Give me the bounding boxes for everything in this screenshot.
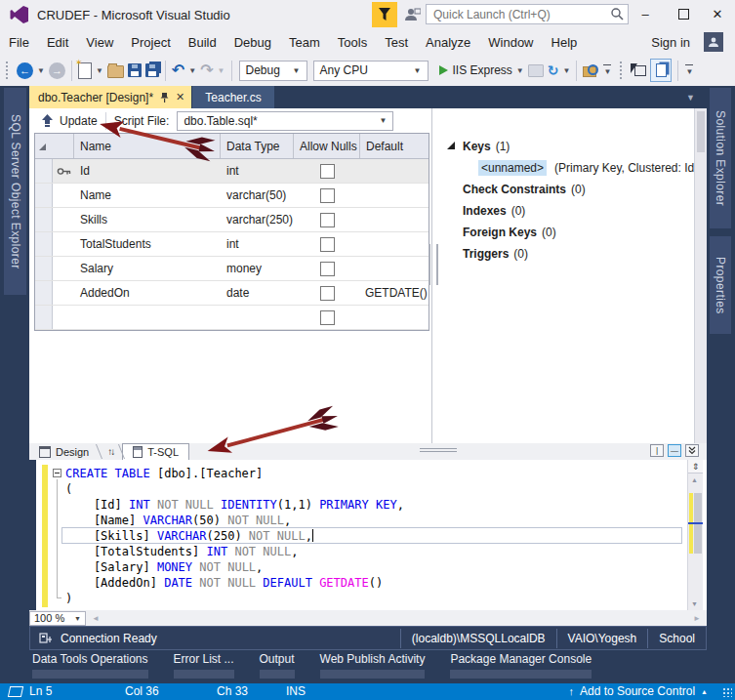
maximize-button[interactable] bbox=[668, 0, 699, 28]
open-file-icon[interactable] bbox=[107, 62, 124, 78]
menu-item-team[interactable]: Team bbox=[280, 35, 329, 50]
navigate-backward-icon[interactable]: ← bbox=[17, 62, 33, 79]
tree-node-keys[interactable]: Keys (1) bbox=[439, 136, 699, 157]
sidebar-tab-properties[interactable]: Properties bbox=[710, 236, 731, 334]
grid-row-id[interactable]: Idint bbox=[35, 159, 429, 184]
pane-splitter-grip[interactable] bbox=[420, 448, 457, 452]
pin-icon[interactable] bbox=[160, 92, 169, 103]
cell-data-type[interactable]: money bbox=[221, 257, 294, 280]
script-file-select[interactable]: dbo.Table.sql*▼ bbox=[177, 111, 393, 131]
scroll-up-icon[interactable]: ▲ bbox=[691, 476, 698, 483]
tool-tab-package-manager-console[interactable]: Package Manager Console bbox=[450, 652, 592, 683]
cell-name[interactable]: AddedOn bbox=[74, 281, 221, 305]
undo-icon[interactable]: ↶ bbox=[172, 62, 184, 78]
allow-nulls-checkbox[interactable] bbox=[320, 188, 335, 203]
tree-node-indexes[interactable]: Indexes(0) bbox=[439, 200, 699, 222]
editor-zoom-select[interactable]: 100 %▼ bbox=[29, 611, 86, 626]
close-tab-icon[interactable]: ✕ bbox=[176, 91, 184, 103]
tool-tab-output[interactable]: Output bbox=[260, 652, 295, 683]
column-header-default[interactable]: Default bbox=[360, 134, 429, 158]
tree-node-foreign-keys[interactable]: Foreign Keys(0) bbox=[439, 222, 699, 243]
cell-name[interactable]: Skills bbox=[74, 208, 221, 231]
designer-splitter-grip[interactable] bbox=[429, 244, 438, 285]
undo-dropdown-icon[interactable]: ▼ bbox=[188, 66, 196, 75]
column-header-allow-nulls[interactable]: Allow Nulls bbox=[294, 134, 360, 158]
cell-name[interactable]: Salary bbox=[74, 257, 221, 280]
grid-row-addedon[interactable]: AddedOndateGETDATE() bbox=[35, 281, 429, 306]
editor-vertical-scrollbar[interactable]: ⇕ ▲ ▼ bbox=[687, 460, 703, 610]
cell-name[interactable]: Name bbox=[74, 184, 221, 207]
server-name[interactable]: (localdb)\MSSQLLocalDB bbox=[400, 629, 556, 648]
feedback-person-icon[interactable] bbox=[404, 7, 421, 22]
menu-item-analyze[interactable]: Analyze bbox=[417, 35, 479, 50]
sql-line-6[interactable]: [TotalStudents] INT NOT NULL, bbox=[65, 544, 404, 559]
sql-line-5[interactable]: [Skills] VARCHAR(250) NOT NULL, bbox=[65, 528, 404, 544]
update-button[interactable]: Update bbox=[60, 114, 98, 128]
row-selector[interactable] bbox=[35, 159, 53, 183]
attach-to-process-icon[interactable] bbox=[528, 64, 544, 77]
tsql-editor[interactable]: CREATE TABLE [dbo].[Teacher]( [Id] INT N… bbox=[29, 460, 707, 610]
start-debug-button[interactable]: IIS Express bbox=[439, 63, 512, 77]
navigate-back-dropdown-icon[interactable]: ▼ bbox=[37, 66, 45, 75]
tool-tab-error-list-[interactable]: Error List ... bbox=[174, 652, 234, 683]
tab-teacher-cs[interactable]: Teacher.cs bbox=[192, 86, 273, 108]
expanded-arrow-icon[interactable] bbox=[447, 142, 455, 149]
cell-allow-nulls[interactable] bbox=[294, 257, 360, 280]
allow-nulls-checkbox[interactable] bbox=[320, 237, 335, 252]
menu-item-test[interactable]: Test bbox=[376, 35, 417, 50]
redo-icon[interactable]: ↷ bbox=[200, 62, 213, 78]
sql-code[interactable]: CREATE TABLE [dbo].[Teacher]( [Id] INT N… bbox=[65, 466, 404, 606]
find-in-files-icon[interactable] bbox=[583, 64, 598, 77]
grid-row-new[interactable] bbox=[35, 306, 429, 330]
close-button[interactable]: ✕ bbox=[702, 0, 733, 28]
menu-item-tools[interactable]: Tools bbox=[329, 35, 376, 50]
allow-nulls-checkbox[interactable] bbox=[320, 286, 335, 301]
cell-data-type[interactable]: varchar(250) bbox=[221, 208, 294, 231]
tree-node-triggers[interactable]: Triggers(0) bbox=[439, 243, 699, 265]
key-name-highlighted[interactable]: <unnamed> bbox=[478, 160, 547, 176]
grid-row-totalstudents[interactable]: TotalStudentsint bbox=[35, 232, 429, 257]
swap-panes-icon[interactable]: ↑↓ bbox=[100, 446, 121, 457]
solution-configuration-select[interactable]: Debug▼ bbox=[239, 61, 307, 81]
sql-line-3[interactable]: [Id] INT NOT NULL IDENTITY(1,1) PRIMARY … bbox=[65, 497, 404, 513]
grid-row-skills[interactable]: Skillsvarchar(250) bbox=[35, 208, 429, 232]
cell-name[interactable]: TotalStudents bbox=[74, 232, 221, 256]
tool-tab-web-publish-activity[interactable]: Web Publish Activity bbox=[320, 652, 426, 683]
grid-corner-cell[interactable] bbox=[35, 134, 74, 158]
cell-default[interactable] bbox=[360, 159, 429, 183]
designer-scrollbar[interactable] bbox=[694, 108, 707, 443]
cell-name[interactable] bbox=[74, 306, 221, 329]
quick-launch-input[interactable] bbox=[426, 4, 629, 24]
cell-allow-nulls[interactable] bbox=[294, 184, 360, 207]
search-icon[interactable] bbox=[610, 7, 624, 21]
row-selector[interactable] bbox=[35, 306, 53, 329]
cell-data-type[interactable]: date bbox=[221, 281, 294, 305]
collapse-pane-button[interactable] bbox=[685, 444, 699, 457]
allow-nulls-checkbox[interactable] bbox=[320, 213, 335, 227]
sidebar-tab-solution-explorer[interactable]: Solution Explorer bbox=[710, 88, 731, 228]
scroll-right-icon[interactable]: ► bbox=[687, 614, 707, 623]
new-item-dropdown-icon[interactable]: ▼ bbox=[96, 66, 103, 75]
cell-allow-nulls[interactable] bbox=[294, 306, 360, 329]
tree-node-primary-key[interactable]: <unnamed> (Primary Key, Clustered: Id) bbox=[439, 157, 699, 179]
allow-nulls-checkbox[interactable] bbox=[320, 310, 335, 325]
sql-line-2[interactable]: ( bbox=[65, 481, 404, 497]
tab-tsql[interactable]: T-SQL bbox=[122, 443, 189, 460]
tab-list-dropdown-icon[interactable]: ▼ bbox=[686, 93, 695, 103]
outline-collapse-icon[interactable] bbox=[53, 469, 61, 477]
menu-item-build[interactable]: Build bbox=[180, 35, 225, 50]
navigate-forward-icon[interactable]: → bbox=[49, 62, 65, 79]
sql-line-4[interactable]: [Name] VARCHAR(50) NOT NULL, bbox=[65, 513, 404, 528]
redo-dropdown-icon[interactable]: ▼ bbox=[218, 66, 225, 75]
cell-data-type[interactable]: int bbox=[221, 232, 294, 256]
scroll-left-icon[interactable]: ◄ bbox=[86, 614, 105, 623]
row-selector[interactable] bbox=[35, 257, 53, 280]
sql-line-8[interactable]: [AddedOn] DATE NOT NULL DEFAULT GETDATE(… bbox=[65, 575, 404, 591]
scroll-down-icon[interactable]: ▼ bbox=[691, 600, 698, 607]
sql-line-1[interactable]: CREATE TABLE [dbo].[Teacher] bbox=[65, 466, 404, 481]
menu-item-project[interactable]: Project bbox=[122, 35, 179, 50]
column-header-data-type[interactable]: Data Type bbox=[221, 134, 294, 158]
user-name[interactable]: VAIO\Yogesh bbox=[556, 629, 648, 648]
tool-tab-data-tools-operations[interactable]: Data Tools Operations bbox=[32, 652, 148, 683]
tab-design[interactable]: Design bbox=[29, 443, 99, 460]
